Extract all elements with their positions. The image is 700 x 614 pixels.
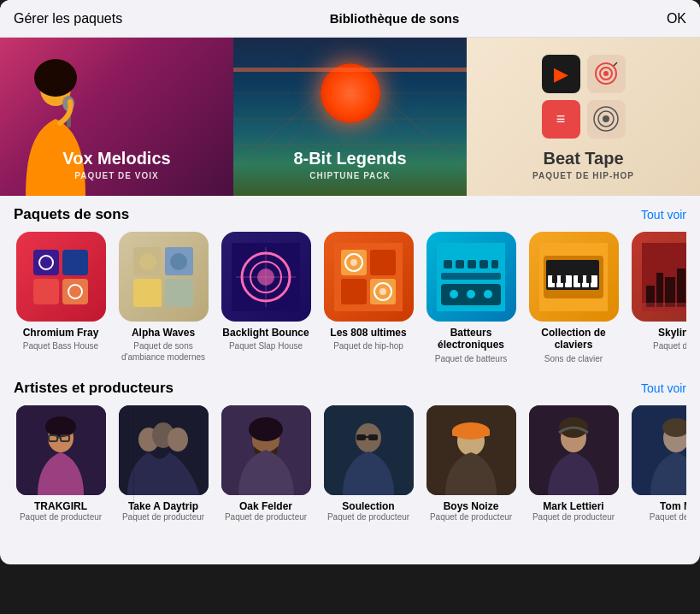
pack-batteurs-icon <box>426 232 516 322</box>
pack-alpha-name: Alpha Waves <box>132 327 195 339</box>
artist-boysnoize-photo <box>426 405 516 495</box>
pack-skyline[interactable]: Skyline Paquet de... <box>629 232 686 364</box>
artist-lettieri-name: Mark Lettieri <box>543 500 603 512</box>
banner-vox-text: Vox Melodics PAQUET DE VOIX <box>62 149 170 180</box>
banner-bit-text: 8-Bit Legends CHIPTUNE PACK <box>293 149 406 180</box>
artist-tomm[interactable]: Tom M Paquet de p... <box>629 405 686 522</box>
artist-soulection-name: Soulection <box>342 500 394 512</box>
content-scroll[interactable]: Paquets de sons Tout voir <box>0 196 700 564</box>
svg-rect-68 <box>586 275 591 283</box>
svg-rect-93 <box>368 434 378 440</box>
pack-claviers-name: Collection de claviers <box>526 327 621 351</box>
beat-icons-grid: ▶ ≡ <box>542 55 626 139</box>
pack-skyline-icon <box>632 232 687 322</box>
svg-point-29 <box>170 253 187 270</box>
packs-row: Chromium Fray Paquet Bass House <box>14 232 686 364</box>
svg-rect-18 <box>33 250 59 275</box>
pack-backlight-type: Paquet Slap House <box>229 340 303 351</box>
packs-title: Paquets de sons <box>14 206 129 223</box>
artist-trakgirl-photo <box>16 405 106 495</box>
svg-rect-71 <box>656 273 663 307</box>
svg-point-1 <box>34 59 77 97</box>
svg-point-43 <box>350 259 357 266</box>
artist-boysnoize[interactable]: Boys Noize Paquet de producteur <box>424 405 518 522</box>
svg-rect-19 <box>62 250 88 275</box>
artist-takedaytrip-name: Take A Daytrip <box>128 500 198 512</box>
artist-oak-name: Oak Felder <box>239 500 292 512</box>
pack-chromium-type: Paquet Bass House <box>23 340 98 351</box>
svg-rect-38 <box>370 250 396 275</box>
svg-rect-64 <box>591 275 597 287</box>
artist-oak-type: Paquet de producteur <box>225 512 307 522</box>
svg-rect-72 <box>665 277 675 307</box>
banner-vox[interactable]: Vox Melodics PAQUET DE VOIX <box>0 38 233 196</box>
modal-title: Bibliothèque de sons <box>330 11 460 26</box>
banner-beat[interactable]: ▶ ≡ <box>467 38 700 196</box>
artist-trakgirl-name: TRAKGIRL <box>34 500 87 512</box>
svg-point-53 <box>450 290 458 298</box>
svg-rect-61 <box>565 275 572 287</box>
svg-point-28 <box>139 253 156 270</box>
pack-batteurs[interactable]: Batteurs électroniques Paquet de batteur… <box>424 232 518 364</box>
artists-see-all[interactable]: Tout voir <box>641 381 686 395</box>
artist-takedaytrip-photo <box>119 405 209 495</box>
svg-rect-27 <box>165 279 193 307</box>
pack-skyline-type: Paquet de... <box>653 340 686 351</box>
artist-soulection-photo <box>324 405 414 495</box>
svg-rect-46 <box>441 273 501 280</box>
pack-claviers-type: Sons de clavier <box>544 353 603 364</box>
svg-rect-11 <box>233 68 467 72</box>
svg-rect-66 <box>561 275 566 283</box>
pack-chromium[interactable]: Chromium Fray Paquet Bass House <box>14 232 108 364</box>
vertical-divider <box>133 405 134 522</box>
bottom-bar <box>0 564 700 614</box>
pack-claviers[interactable]: Collection de claviers Sons de clavier <box>526 232 621 364</box>
artist-oak[interactable]: Oak Felder Paquet de producteur <box>219 405 313 522</box>
artist-tomm-name: Tom M <box>660 500 686 512</box>
banner-bit[interactable]: 8-Bit Legends CHIPTUNE PACK <box>233 38 467 196</box>
svg-rect-39 <box>341 279 367 304</box>
pack-808-icon <box>324 232 414 322</box>
packs-see-all[interactable]: Tout voir <box>641 208 686 221</box>
pack-alpha[interactable]: Alpha Waves Paquet de sons d'ambiance mo… <box>116 232 210 364</box>
pack-batteurs-type: Paquet de batteurs <box>435 353 508 364</box>
artist-lettieri[interactable]: Mark Lettieri Paquet de producteur <box>526 405 621 522</box>
artist-soulection-type: Paquet de producteur <box>327 512 409 522</box>
pack-backlight[interactable]: Backlight Bounce Paquet Slap House <box>219 232 313 364</box>
artists-section: Artistes et producteurs Tout voir <box>0 371 700 528</box>
svg-point-89 <box>249 417 283 441</box>
manage-packs-link[interactable]: Gérer les paquets <box>14 11 122 27</box>
svg-rect-49 <box>468 260 476 269</box>
artist-takedaytrip[interactable]: Take A Daytrip Paquet de producteur <box>116 405 210 522</box>
artist-tomm-photo <box>632 405 687 495</box>
artist-takedaytrip-type: Paquet de producteur <box>122 512 204 522</box>
svg-rect-73 <box>677 269 685 307</box>
svg-point-14 <box>603 71 609 76</box>
artist-tomm-type: Paquet de p... <box>650 512 686 522</box>
pack-808[interactable]: Les 808 ultimes Paquet de hip-hop <box>321 232 415 364</box>
artist-soulection[interactable]: Soulection Paquet de producteur <box>321 405 415 522</box>
svg-point-44 <box>379 288 386 295</box>
svg-rect-51 <box>491 260 498 269</box>
svg-point-55 <box>484 290 492 298</box>
svg-rect-76 <box>642 303 686 311</box>
sound-library-modal: Gérer les paquets Bibliothèque de sons O… <box>0 0 700 564</box>
artist-trakgirl[interactable]: TRAKGIRL Paquet de producteur <box>14 405 108 522</box>
svg-point-86 <box>168 428 188 452</box>
banner-area: Vox Melodics PAQUET DE VOIX <box>0 38 700 196</box>
svg-rect-67 <box>578 275 583 283</box>
pack-chromium-icon <box>16 232 106 322</box>
packs-section: Paquets de sons Tout voir <box>0 196 700 371</box>
svg-rect-47 <box>444 260 452 269</box>
svg-rect-50 <box>479 260 488 269</box>
svg-point-17 <box>603 115 609 122</box>
artists-section-header: Artistes et producteurs Tout voir <box>14 380 686 397</box>
artist-lettieri-type: Paquet de producteur <box>532 512 615 522</box>
svg-rect-48 <box>456 260 464 269</box>
svg-point-79 <box>45 416 76 437</box>
artists-row: TRAKGIRL Paquet de producteur <box>14 405 686 522</box>
artist-boysnoize-name: Boys Noize <box>444 500 499 512</box>
svg-point-54 <box>467 290 475 298</box>
ok-button[interactable]: OK <box>667 11 686 27</box>
packs-section-header: Paquets de sons Tout voir <box>14 206 686 223</box>
